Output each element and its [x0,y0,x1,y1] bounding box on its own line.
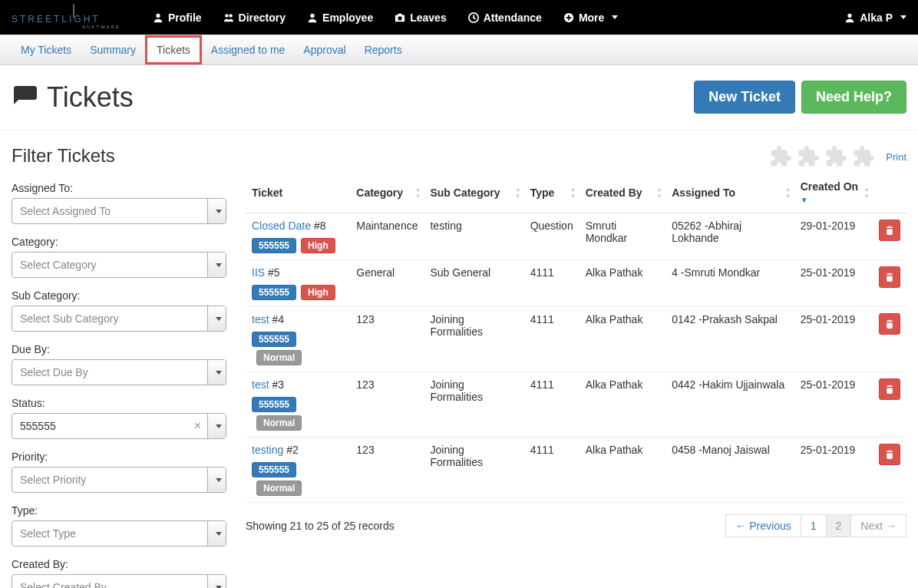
svg-point-9 [398,16,402,20]
tab-approval[interactable]: Approval [294,35,355,64]
cell-created_by: Alka Pathak [580,372,665,438]
page-actions: New Ticket Need Help? [694,81,906,114]
puzzle-icon[interactable] [769,145,792,168]
speech-bubble-icon [12,84,39,111]
content-area: Print TicketCategory▲▼Sub Category▲▼Type… [246,145,906,588]
sort-icon: ▲▼ [864,186,870,200]
column-header[interactable] [873,173,906,213]
filter-label: Type: [12,504,226,517]
column-header[interactable]: Sub Category▲▼ [424,173,523,213]
nav-label: More [579,12,604,24]
records-summary: Showing 21 to 25 of 25 records [246,520,395,532]
filter-select[interactable]: Select Created By [12,574,226,588]
nav-leaves[interactable]: Leaves [384,0,457,35]
puzzle-icon[interactable] [852,145,875,168]
filter-select[interactable]: Select Category [12,252,226,278]
filter-label: Created By: [12,558,226,570]
table-row: test #4555555Normal123Joining Formalitie… [246,307,906,372]
filter-group: Type:Select Type [12,504,226,547]
priority-badge: High [301,238,335,253]
cell-subcategory: Joining Formalities [424,372,523,438]
cell-subcategory: testing [424,213,523,260]
clear-icon[interactable]: × [188,419,207,433]
delete-button[interactable] [879,313,900,335]
ticket-link[interactable]: Closed Date [252,220,311,232]
print-link[interactable]: Print [886,151,906,163]
column-header[interactable]: Ticket [246,173,350,213]
trash-icon [885,385,894,394]
page-number-button[interactable]: 1 [801,514,827,537]
cell-created_on: 25-01-2019 [794,372,873,438]
table-footer: Showing 21 to 25 of 25 records ← Previou… [246,514,906,537]
status-badge: 555555 [252,285,296,300]
nav-profile[interactable]: Profile [142,0,213,35]
column-header[interactable]: Created By▲▼ [580,173,665,213]
clock-icon [468,12,479,23]
priority-badge: Normal [256,350,302,365]
prev-page-button[interactable]: ← Previous [725,514,801,537]
nav-directory[interactable]: Directory [213,0,296,35]
delete-button[interactable] [879,220,900,241]
sort-icon: ▲▼ [785,186,791,200]
nav-more[interactable]: More [553,0,629,35]
filter-select[interactable]: Select Due By [12,359,226,385]
filter-select[interactable]: Select Assigned To [12,198,226,224]
sort-desc-icon: ▼ [801,196,808,204]
table-row: testing #2555555Normal123Joining Formali… [246,438,906,503]
filter-group: Due By:Select Due By [12,343,226,385]
tab-assigned-to-me[interactable]: Assigned to me [202,35,295,64]
nav-user-menu[interactable]: Alka P [844,12,906,24]
ticket-link[interactable]: test [252,378,269,391]
sort-icon: ▲▼ [656,186,662,200]
status-badge: 555555 [252,238,296,253]
nav-attendance[interactable]: Attendance [457,0,553,35]
delete-button[interactable] [879,378,900,400]
status-badge: 555555 [252,332,296,347]
ticket-link[interactable]: testing [252,444,283,456]
need-help-button[interactable]: Need Help? [801,81,906,114]
column-header[interactable]: Category▲▼ [350,173,424,213]
page-number-button[interactable]: 2 [826,514,852,537]
next-page-button[interactable]: Next → [850,514,906,537]
tab-tickets[interactable]: Tickets [145,35,202,64]
filter-label: Status: [12,397,226,409]
cell-type: 4111 [524,438,580,503]
column-header[interactable]: Created On▲▼ ▼ [794,173,873,213]
tab-reports[interactable]: Reports [355,35,411,64]
column-header[interactable]: Assigned To▲▼ [665,173,794,213]
sort-icon: ▲▼ [415,186,421,200]
ticket-link[interactable]: IIS [252,266,265,279]
new-ticket-button[interactable]: New Ticket [694,81,795,114]
user-icon [153,12,163,23]
trash-icon [885,319,894,329]
cell-assigned_to: 0458 -Manoj Jaiswal [665,438,794,503]
ticket-link[interactable]: test [252,313,269,325]
filter-select[interactable]: 555555× [12,413,226,439]
tab-my-tickets[interactable]: My Tickets [12,35,81,64]
filter-group: Sub Category:Select Sub Category [12,289,226,332]
nav-label: Profile [168,12,202,24]
filter-group: Assigned To:Select Assigned To [12,182,226,224]
delete-button[interactable] [879,444,900,465]
nav-employee[interactable]: Employee [296,0,384,35]
puzzle-icon[interactable] [797,145,820,168]
select-text: Select Type [12,527,207,540]
pagination: ← Previous12Next → [726,514,906,537]
cell-created_on: 25-01-2019 [794,260,873,307]
cell-category: Maintanence [350,213,424,260]
filter-label: Assigned To: [12,182,226,194]
filter-select[interactable]: Select Type [12,520,226,547]
select-text: 555555 [12,420,188,432]
filter-select[interactable]: Select Priority [12,467,226,493]
cell-subcategory: Sub General [424,260,523,307]
cell-category: 123 [350,372,424,438]
cell-category: 123 [350,438,424,503]
tab-summary[interactable]: Summary [81,35,145,64]
puzzle-icon[interactable] [824,145,847,168]
filter-select[interactable]: Select Sub Category [12,306,226,332]
nav-items: Profile Directory Employee Leaves Attend… [142,0,629,35]
column-header[interactable]: Type▲▼ [524,173,580,213]
delete-button[interactable] [879,266,900,288]
filter-label: Priority: [12,451,226,463]
svg-point-3 [156,13,160,17]
